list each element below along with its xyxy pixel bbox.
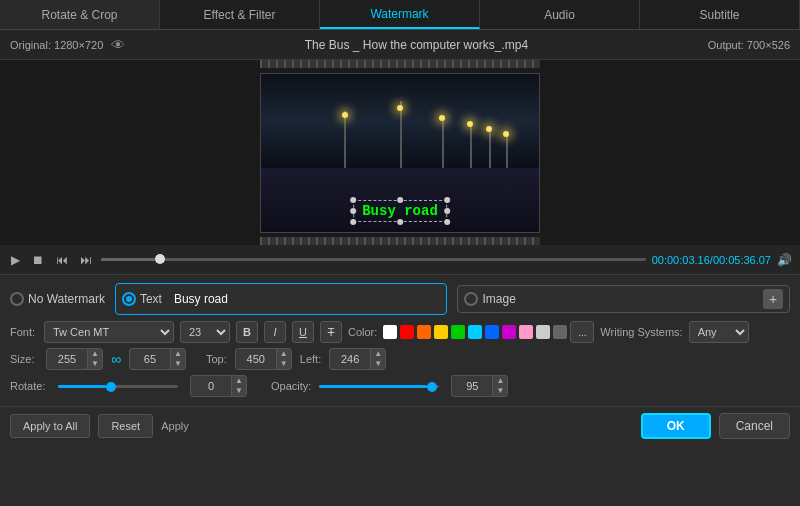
color-swatches: ... [383, 321, 594, 343]
video-area: Busy road [0, 60, 800, 245]
text-watermark-section: Text [115, 283, 448, 315]
add-image-button[interactable]: + [763, 289, 783, 309]
writing-systems-label: Writing Systems: [600, 326, 682, 338]
color-swatch-cyan[interactable] [468, 325, 482, 339]
stop-button[interactable]: ⏹ [29, 251, 47, 269]
watermark-controls: No Watermark Text Image + Font: Tw Cen M… [0, 275, 800, 406]
width-spin-down[interactable]: ▼ [88, 359, 102, 369]
original-resolution: Original: 1280×720 [10, 39, 103, 51]
cancel-button[interactable]: Cancel [719, 413, 790, 439]
top-input[interactable] [236, 353, 276, 365]
color-swatch-purple[interactable] [502, 325, 516, 339]
color-swatch-blue[interactable] [485, 325, 499, 339]
watermark-type-row: No Watermark Text Image + [10, 283, 790, 315]
no-watermark-option[interactable]: No Watermark [10, 292, 105, 306]
ok-button[interactable]: OK [641, 413, 711, 439]
output-resolution: Output: 700×526 [708, 39, 790, 51]
top-spin-up[interactable]: ▲ [277, 349, 291, 359]
color-swatch-gray[interactable] [553, 325, 567, 339]
image-watermark-option[interactable]: Image [464, 292, 515, 306]
volume-icon[interactable]: 🔊 [777, 253, 792, 267]
time-display: 00:00:03.16/00:05:36.07 [652, 254, 771, 266]
underline-button[interactable]: U [292, 321, 314, 343]
left-spin-down[interactable]: ▼ [371, 359, 385, 369]
image-label: Image [482, 292, 515, 306]
font-size-select[interactable]: 23 [180, 321, 230, 343]
size-label: Size: [10, 353, 38, 365]
rotate-spin-down[interactable]: ▼ [232, 386, 246, 396]
strikethrough-button[interactable]: T [320, 321, 342, 343]
scrubber-bottom [260, 237, 540, 245]
seek-bar[interactable] [101, 258, 646, 261]
apply-to-all-button[interactable]: Apply to All [10, 414, 90, 438]
no-watermark-radio[interactable] [10, 292, 24, 306]
color-swatch-orange[interactable] [417, 325, 431, 339]
play-button[interactable]: ▶ [8, 251, 23, 269]
bold-button[interactable]: B [236, 321, 258, 343]
opacity-slider[interactable] [319, 375, 439, 397]
scrubber-top [260, 60, 540, 68]
info-bar: Original: 1280×720 👁 The Bus _ How the c… [0, 30, 800, 60]
right-action-buttons: OK Cancel [641, 413, 790, 439]
tab-watermark[interactable]: Watermark [320, 0, 480, 29]
left-label: Left: [300, 353, 321, 365]
top-spinbox: ▲ ▼ [235, 348, 292, 370]
tab-audio[interactable]: Audio [480, 0, 640, 29]
left-spin-up[interactable]: ▲ [371, 349, 385, 359]
seek-fill [101, 258, 155, 261]
size-row: Size: ▲ ▼ ∞ ▲ ▼ Top: ▲ ▼ Left: [10, 348, 790, 370]
watermark-text-input[interactable] [168, 287, 441, 311]
tab-subtitle[interactable]: Subtitle [640, 0, 800, 29]
font-select[interactable]: Tw Cen MT [44, 321, 174, 343]
top-label: Top: [206, 353, 227, 365]
italic-button[interactable]: I [264, 321, 286, 343]
left-spinbox: ▲ ▼ [329, 348, 386, 370]
width-spinbox: ▲ ▼ [46, 348, 103, 370]
image-path-input[interactable] [522, 292, 757, 306]
next-frame-button[interactable]: ⏭ [77, 251, 95, 269]
tab-bar: Rotate & Crop Effect & Filter Watermark … [0, 0, 800, 30]
tab-rotate-crop[interactable]: Rotate & Crop [0, 0, 160, 29]
image-watermark-section: Image + [457, 285, 790, 313]
prev-frame-button[interactable]: ⏮ [53, 251, 71, 269]
color-swatch-red[interactable] [400, 325, 414, 339]
text-radio[interactable] [122, 292, 136, 306]
color-swatch-green[interactable] [451, 325, 465, 339]
opacity-spinbox: ▲ ▼ [451, 375, 508, 397]
eye-icon[interactable]: 👁 [111, 37, 125, 53]
seek-thumb [155, 254, 165, 264]
more-colors-button[interactable]: ... [570, 321, 594, 343]
opacity-label: Opacity: [271, 380, 311, 392]
width-spin-up[interactable]: ▲ [88, 349, 102, 359]
height-spin-down[interactable]: ▼ [171, 359, 185, 369]
filename-label: The Bus _ How the computer works_.mp4 [125, 38, 707, 52]
text-watermark-option[interactable]: Text [122, 292, 162, 306]
tab-effect-filter[interactable]: Effect & Filter [160, 0, 320, 29]
apply-label: Apply [161, 420, 189, 432]
opacity-input[interactable] [452, 380, 492, 392]
text-label: Text [140, 292, 162, 306]
width-input[interactable] [47, 353, 87, 365]
video-preview: Busy road [260, 73, 540, 233]
color-swatch-lightgray[interactable] [536, 325, 550, 339]
opacity-spin-up[interactable]: ▲ [493, 376, 507, 386]
color-swatch-pink[interactable] [519, 325, 533, 339]
opacity-spin-down[interactable]: ▼ [493, 386, 507, 396]
rotate-slider[interactable] [58, 375, 178, 397]
link-dimensions-icon[interactable]: ∞ [111, 351, 121, 367]
height-input[interactable] [130, 353, 170, 365]
bottom-bar: Apply to All Reset Apply OK Cancel [0, 406, 800, 445]
height-spin-up[interactable]: ▲ [171, 349, 185, 359]
left-input[interactable] [330, 353, 370, 365]
color-swatch-yellow[interactable] [434, 325, 448, 339]
watermark-text-overlay: Busy road [353, 200, 447, 222]
color-swatch-white[interactable] [383, 325, 397, 339]
image-radio[interactable] [464, 292, 478, 306]
rotate-input[interactable] [191, 380, 231, 392]
rotate-spin-up[interactable]: ▲ [232, 376, 246, 386]
writing-systems-select[interactable]: Any [689, 321, 749, 343]
top-spin-down[interactable]: ▼ [277, 359, 291, 369]
font-row: Font: Tw Cen MT 23 B I U T Color: ... Wr… [10, 321, 790, 343]
color-label: Color: [348, 326, 377, 338]
reset-button[interactable]: Reset [98, 414, 153, 438]
